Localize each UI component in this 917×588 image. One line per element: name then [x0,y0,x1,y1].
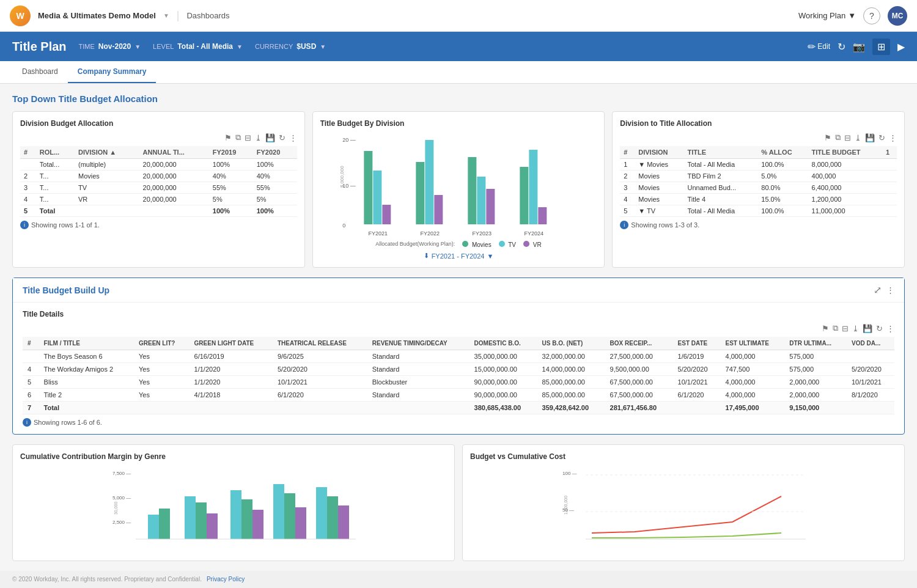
dashboards-link[interactable]: Dashboards [186,11,229,20]
build-up-table: # FILM / TITLE GREEN LIT? GREEN LIGHT DA… [23,337,894,414]
export-icon[interactable]: ⤓ [255,133,262,142]
svg-rect-33 [284,493,295,539]
filter-icon2[interactable]: ⚑ [824,133,831,142]
top-nav: W Media & Ultimates Demo Model ▼ | Dashb… [0,0,917,32]
section-title: Top Down Title Budget Allocation [12,94,905,104]
col-rol: ROL... [36,146,75,159]
export-icon3[interactable]: ⤓ [852,323,859,333]
time-filter[interactable]: TIME Nov-2020 ▼ [79,42,141,51]
tab-dashboard[interactable]: Dashboard [12,61,68,83]
more-icon[interactable]: ⋮ [289,133,297,142]
svg-text:FY2021: FY2021 [368,230,388,237]
nav-divider: | [177,9,180,22]
copy-icon2[interactable]: ⧉ [835,133,841,142]
tab-company-summary[interactable]: Company Summary [68,61,157,83]
division-title-toolbar: ⚑ ⧉ ⊟ ⤓ 💾 ↻ ⋮ [620,133,897,142]
delete-icon3[interactable]: ⊟ [842,323,849,333]
table-row: Total... (multiple) 20,000,000 100% 100% [20,159,297,171]
model-name[interactable]: Media & Ultimates Demo Model [38,11,156,20]
delete-icon2[interactable]: ⊟ [844,133,851,142]
video-button[interactable]: ▶ [897,41,905,53]
camera-button[interactable]: 📷 [853,41,865,53]
svg-rect-27 [196,502,207,539]
division-title-table-wrapper: # DIVISION TITLE % ALLOC TITLE BUDGET 1 … [620,146,897,217]
currency-filter[interactable]: CURRENCY $USD ▼ [255,42,326,51]
legend-label-text: Allocated Budget(Working Plan): [375,241,455,248]
level-filter[interactable]: LEVEL Total - All Media ▼ [153,42,243,51]
svg-rect-16 [520,167,528,224]
svg-rect-29 [230,490,241,539]
export-icon2[interactable]: ⤓ [855,133,861,142]
table-row: 2 T... Movies 20,000,000 40% 40% [20,171,297,182]
bottom-charts: Cumulative Contribution Margin by Genre … [12,444,905,561]
svg-rect-9 [425,140,433,224]
legend-vr: VR [523,241,542,248]
copy-icon3[interactable]: ⧉ [833,323,838,333]
footer-bar: © 2020 Workday, Inc. All rights reserved… [0,571,917,587]
svg-rect-24 [148,515,159,539]
user-avatar[interactable]: MC [888,6,907,26]
filter-icon3[interactable]: ⚑ [822,323,829,333]
header-right: ✏ Edit ↻ 📷 ⊞ ▶ [808,39,905,55]
refresh-icon[interactable]: ↻ [279,133,285,142]
table-row: 4 The Workday Amigos 2 Yes 1/1/2020 5/20… [23,363,894,376]
table-row-total: 5 Total 100% 100% [20,205,297,217]
header-left: Title Plan TIME Nov-2020 ▼ LEVEL Total -… [12,40,326,54]
privacy-policy-link[interactable]: Privacy Policy [207,576,245,582]
time-arrow: ▼ [134,43,141,50]
help-button[interactable]: ? [863,7,880,24]
more-icon3[interactable]: ⋮ [886,284,894,296]
filter-icon[interactable]: ⚑ [224,133,232,142]
level-value: Total - All Media [177,42,233,51]
footer-copyright: © 2020 Workday, Inc. All rights reserved… [12,576,202,582]
svg-rect-14 [486,189,495,224]
more-icon2[interactable]: ⋮ [889,133,897,142]
table-row: 4 Movies Title 4 15.0% 1,200,000 [620,194,897,205]
svg-text:7,500 —: 7,500 — [112,471,131,476]
top-nav-left: W Media & Ultimates Demo Model ▼ | Dashb… [10,6,230,26]
svg-rect-12 [468,157,476,224]
save-icon2[interactable]: 💾 [865,133,875,142]
delete-icon[interactable]: ⊟ [245,133,251,142]
build-up-inner-title: Title Details [23,310,894,318]
table-row: 2 Movies TBD Film 2 5.0% 400,000 [620,171,897,182]
copy-icon[interactable]: ⧉ [235,133,241,142]
tabs-bar: Dashboard Company Summary [0,61,917,84]
table-row: 1 ▼ Movies Total - All Media 100.0% 8,00… [620,159,897,171]
svg-text:0: 0 [342,222,345,229]
svg-text:FY2023: FY2023 [472,230,492,237]
refresh-button[interactable]: ↻ [838,41,845,53]
svg-rect-4 [364,151,372,224]
grid-button[interactable]: ⊞ [872,39,890,55]
table-row-total: 7 Total 380,685,438.00 359,428,642.00 28… [23,402,894,414]
svg-rect-26 [185,496,196,539]
division-budget-card: Division Budget Allocation ⚑ ⧉ ⊟ ⤓ 💾 ↻ ⋮… [12,111,305,268]
edit-button[interactable]: ✏ Edit [808,41,830,53]
col-annual: ANNUAL TI... [139,146,209,159]
info-icon: i [20,221,29,229]
title-budget-division-card: Title Budget By Division 20 — 10 — 0 $,0… [312,111,605,268]
table-row: 6 Title 2 Yes 4/1/2018 6/1/2020 Standard… [23,389,894,402]
build-up-section: Title Budget Build Up ⤢ ⋮ Title Details … [12,277,905,435]
level-arrow: ▼ [237,43,243,50]
division-budget-info: i Showing rows 1-1 of 1. [20,221,297,229]
time-range-selector[interactable]: ⬇ FY2021 - FY2024 ▼ [320,252,597,260]
refresh-icon2[interactable]: ↻ [878,133,885,142]
save-icon[interactable]: 💾 [265,133,275,142]
refresh-icon3[interactable]: ↻ [876,323,883,333]
model-dropdown-arrow[interactable]: ▼ [163,12,169,19]
expand-icon[interactable]: ⤢ [874,284,882,296]
more-icon4[interactable]: ⋮ [886,323,894,333]
division-title-title: Division to Title Allocation [620,119,897,128]
svg-text:FY2024: FY2024 [524,230,543,237]
title-budget-division-title: Title Budget By Division [320,119,597,128]
chart-legend: Allocated Budget(Working Plan): Movies T… [320,241,597,248]
table-row: 5 Bliss Yes 1/1/2020 10/1/2021 Blockbust… [23,376,894,389]
budget-cost-card: Budget vs Cumulative Cost 100 — 50 — 1,0… [462,444,905,561]
budget-cost-chart: 100 — 50 — 1,000,000 [470,466,897,551]
info-icon2: i [620,221,628,229]
save-icon3[interactable]: 💾 [863,323,872,333]
col-division: DIVISION ▲ [75,146,139,159]
working-plan-button[interactable]: Working Plan ▼ [798,11,856,20]
time-value: Nov-2020 [98,42,131,51]
